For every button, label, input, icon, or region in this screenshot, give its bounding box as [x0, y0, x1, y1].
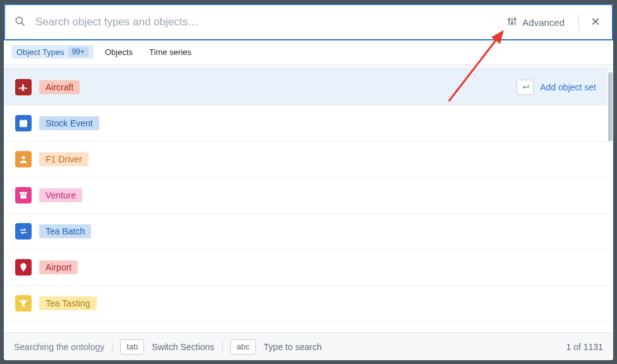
- footer-counter: 1 of 1131: [566, 342, 603, 352]
- tab-label: Object Types: [16, 47, 64, 57]
- list-item[interactable]: Stock Event: [4, 106, 608, 142]
- list-item[interactable]: F1 Driver: [4, 142, 608, 178]
- enter-key-icon: [516, 80, 534, 95]
- svg-rect-20: [21, 306, 25, 306]
- tab-object-types[interactable]: Object Types 99+: [11, 45, 94, 59]
- svg-rect-16: [20, 195, 26, 199]
- plane-icon: [15, 79, 32, 95]
- svg-point-3: [508, 19, 510, 21]
- close-button[interactable]: [588, 14, 603, 31]
- list-item-label: Airport: [39, 260, 78, 274]
- list-item-label: Tea Tasting: [39, 296, 97, 310]
- svg-point-18: [22, 265, 24, 267]
- divider: [578, 14, 579, 30]
- tab-label: Time series: [149, 47, 192, 57]
- hint-switch-sections: Switch Sections: [152, 342, 214, 352]
- list-item-label: Stock Event: [39, 116, 99, 130]
- scrollbar-thumb[interactable]: [608, 72, 613, 142]
- list-item-label: Aircraft: [39, 80, 80, 94]
- map-pin-icon: [15, 259, 32, 276]
- svg-rect-19: [23, 304, 25, 306]
- footer-status: Searching the ontology: [14, 342, 104, 352]
- tab-count-badge: 99+: [68, 47, 89, 57]
- app-shell: Advanced Object Types 99+ Objects Time s…: [4, 4, 613, 360]
- footer-bar: Searching the ontology tab Switch Sectio…: [4, 332, 613, 360]
- list-item[interactable]: Venture: [4, 178, 608, 214]
- person-icon: [15, 151, 32, 167]
- search-bar: Advanced: [4, 4, 613, 40]
- list-item-label: Venture: [39, 188, 82, 202]
- sliders-icon: [507, 16, 517, 28]
- svg-point-5: [511, 22, 513, 24]
- close-icon: [590, 16, 601, 28]
- search-input[interactable]: [35, 16, 493, 28]
- scrollbar[interactable]: [608, 70, 613, 332]
- svg-rect-11: [20, 120, 27, 122]
- kbd-tab: tab: [120, 339, 144, 355]
- filter-tab-row: Object Types 99+ Objects Time series: [4, 40, 613, 65]
- hint-type-to-search: Type to search: [264, 342, 322, 352]
- list-item-actions: Add object set: [516, 80, 596, 95]
- results-list: Aircraft Add object set Stock Event: [4, 70, 608, 332]
- list-item[interactable]: Tea Batch: [4, 214, 608, 250]
- divider: [112, 341, 113, 353]
- arrows-icon: [15, 223, 32, 240]
- svg-rect-15: [20, 192, 27, 194]
- archive-icon: [15, 187, 32, 203]
- kbd-abc: abc: [230, 339, 256, 355]
- add-object-set-link[interactable]: Add object set: [540, 82, 596, 92]
- list-item-label: Tea Batch: [39, 224, 91, 238]
- advanced-button-label: Advanced: [522, 17, 565, 28]
- list-item[interactable]: Airport: [4, 250, 608, 286]
- results-area: Aircraft Add object set Stock Event: [4, 69, 613, 332]
- search-icon: [14, 15, 27, 30]
- list-item[interactable]: Tea Tasting: [4, 286, 608, 322]
- tab-time-series[interactable]: Time series: [144, 46, 197, 59]
- svg-point-7: [515, 18, 516, 20]
- list-item-label: F1 Driver: [39, 152, 89, 166]
- svg-line-1: [21, 23, 25, 26]
- tab-objects[interactable]: Objects: [100, 46, 138, 59]
- calendar-icon: [15, 115, 32, 131]
- tab-label: Objects: [105, 47, 133, 57]
- trophy-icon: [15, 295, 32, 312]
- svg-point-14: [21, 156, 25, 159]
- advanced-button[interactable]: Advanced: [502, 14, 570, 31]
- svg-point-0: [16, 17, 22, 23]
- divider: [222, 341, 223, 353]
- list-item[interactable]: Aircraft Add object set: [4, 70, 608, 106]
